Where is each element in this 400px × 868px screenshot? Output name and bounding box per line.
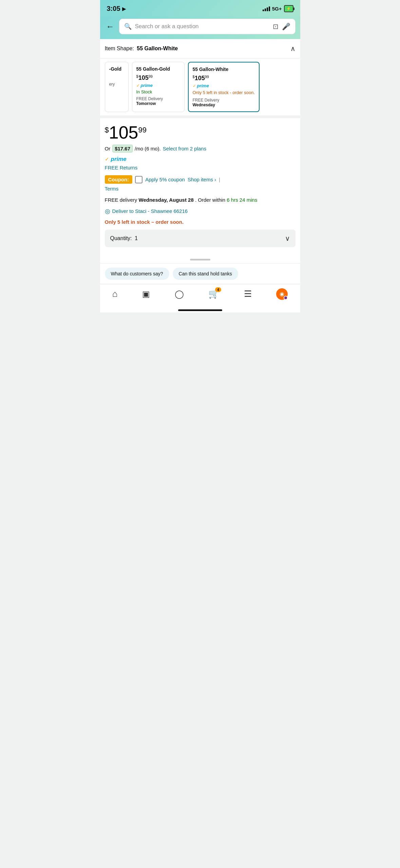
video-icon: ▣ (142, 289, 150, 299)
scroll-pill (190, 259, 210, 260)
bottom-nav: ⌂ ▣ ◯ 🛒 4 ☰ ◉ (100, 284, 300, 307)
delivery-location-link[interactable]: Deliver to Staci - Shawnee 66216 (112, 208, 188, 214)
variant-gold-price: $10599 (136, 74, 180, 82)
variant-card-partial[interactable]: -Gold ery (105, 62, 129, 112)
home-pill (178, 309, 222, 311)
variants-container: -Gold ery 55 Gallon-Gold $10599 ✓ prime … (100, 58, 300, 115)
search-bar-container: ← 🔍 Search or ask a question ⊡ 🎤 (100, 16, 300, 39)
pipe-separator: | (219, 177, 220, 182)
home-indicator (100, 307, 300, 312)
variant-partial-delivery: ery (109, 82, 124, 87)
item-shape-label: Item Shape: 55 Gallon-White (105, 46, 178, 52)
ai-icon: ◉ (280, 291, 284, 297)
menu-icon: ☰ (244, 289, 252, 299)
prime-label: prime (111, 156, 127, 163)
main-price: $ 105 99 (105, 124, 296, 141)
item-shape-section[interactable]: Item Shape: 55 Gallon-White ∧ (100, 39, 300, 58)
coupon-row: Coupon: Apply 5% coupon Shop items › | (105, 175, 296, 184)
battery-bolt-icon: ⚡ (286, 6, 291, 11)
monthly-plan-row: Or $17.67 /mo (6 mo). Select from 2 plan… (105, 145, 296, 152)
camera-search-icon[interactable]: ⊡ (273, 22, 279, 31)
quantity-value: 1 (135, 235, 138, 241)
back-button[interactable]: ← (105, 20, 116, 33)
item-shape-value: 55 Gallon-White (137, 46, 178, 51)
coupon-badge: Coupon: (105, 175, 133, 184)
search-input[interactable]: Search or ask a question (135, 23, 269, 30)
variant-white-stock: Only 5 left in stock - order soon. (193, 90, 255, 96)
quantity-label: Quantity: 1 (110, 235, 138, 241)
shop-items-link[interactable]: Shop items › (188, 177, 216, 182)
variant-gold-prime: ✓ prime (136, 83, 180, 88)
quantity-chevron-icon[interactable]: ∨ (285, 234, 290, 242)
time-display: 3:05 (107, 5, 120, 13)
nav-menu[interactable]: ☰ (244, 289, 252, 299)
variant-white-prime: ✓ prime (193, 83, 255, 88)
status-time: 3:05 ▶ (107, 5, 126, 13)
location-pin-icon: ◎ (105, 207, 110, 215)
scroll-handle (100, 256, 300, 263)
question-chip-tanks[interactable]: Can this stand hold tanks (173, 268, 238, 280)
delivery-info: FREE delivery Wednesday, August 28 . Ord… (105, 196, 296, 204)
nav-cart[interactable]: 🛒 4 (208, 289, 219, 299)
nav-home[interactable]: ⌂ (112, 289, 118, 299)
ai-button[interactable]: ◉ (276, 288, 288, 300)
location-row[interactable]: ◎ Deliver to Staci - Shawnee 66216 (105, 207, 296, 215)
nav-ai[interactable]: ◉ (276, 288, 288, 300)
search-icon: 🔍 (124, 23, 132, 30)
location-arrow-icon: ▶ (122, 6, 126, 12)
variant-gold-name: 55 Gallon-Gold (136, 66, 180, 72)
chevron-up-icon[interactable]: ∧ (290, 44, 296, 53)
coupon-checkbox[interactable] (135, 176, 142, 183)
battery-icon: ⚡ (284, 5, 293, 12)
variant-white-price: $10599 (193, 75, 255, 82)
prime-row: ✓ prime (105, 156, 296, 163)
status-bar: 3:05 ▶ 5G+ ⚡ (100, 0, 300, 16)
variant-card-white[interactable]: 55 Gallon-White $10599 ✓ prime Only 5 le… (188, 62, 260, 112)
price-section: $ 105 99 Or $17.67 /mo (6 mo). Select fr… (100, 118, 300, 256)
price-main-number: 105 (109, 124, 138, 141)
section-divider (100, 115, 300, 118)
cart-badge: 4 (215, 287, 221, 292)
home-icon: ⌂ (112, 289, 118, 299)
signal-bars-icon (263, 6, 270, 11)
nav-video[interactable]: ▣ (142, 289, 150, 299)
question-chip-customers[interactable]: What do customers say? (105, 268, 169, 280)
stock-warning: Only 5 left in stock – order soon. (105, 219, 296, 225)
microphone-icon[interactable]: 🎤 (282, 22, 290, 31)
account-icon: ◯ (175, 289, 184, 299)
free-returns: FREE Returns (105, 165, 296, 170)
quick-questions: What do customers say? Can this stand ho… (100, 263, 300, 284)
variant-partial-name: -Gold (109, 66, 124, 72)
monthly-amount: $17.67 (112, 145, 133, 152)
nav-account[interactable]: ◯ (175, 289, 184, 299)
variant-card-gold[interactable]: 55 Gallon-Gold $10599 ✓ prime In Stock F… (132, 62, 185, 112)
network-label: 5G+ (272, 6, 282, 12)
price-dollar-sign: $ (105, 126, 109, 134)
variant-white-name: 55 Gallon-White (193, 67, 255, 72)
ai-dot (284, 296, 288, 300)
search-box[interactable]: 🔍 Search or ask a question ⊡ 🎤 (119, 19, 296, 34)
price-cents: 99 (138, 126, 147, 134)
quantity-selector[interactable]: Quantity: 1 ∨ (105, 230, 296, 247)
status-right: 5G+ ⚡ (263, 5, 293, 12)
apply-coupon-link[interactable]: Apply 5% coupon (145, 177, 185, 182)
variant-gold-stock: In Stock (136, 89, 180, 94)
coupon-terms-link[interactable]: Terms (105, 186, 296, 192)
select-plans-link[interactable]: Select from 2 plans (163, 146, 206, 151)
